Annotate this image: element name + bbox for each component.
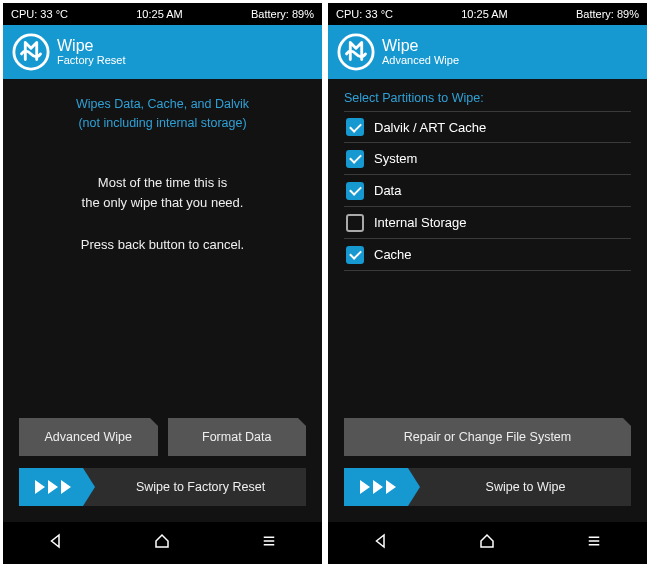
header-title: Wipe [57, 37, 125, 55]
partition-label: System [374, 151, 417, 166]
status-battery: Battery: 89% [251, 8, 314, 20]
twrp-logo-icon [11, 32, 51, 72]
section-label: Select Partitions to Wipe: [344, 91, 631, 105]
nav-home-icon[interactable] [153, 532, 171, 554]
partition-label: Internal Storage [374, 215, 467, 230]
checkbox-icon[interactable] [346, 246, 364, 264]
checkbox-icon[interactable] [346, 118, 364, 136]
swipe-slider[interactable]: Swipe to Wipe [344, 468, 631, 506]
partition-item[interactable]: Dalvik / ART Cache [344, 111, 631, 143]
status-bar: CPU: 33 °C 10:25 AM Battery: 89% [3, 3, 322, 25]
checkbox-icon[interactable] [346, 182, 364, 200]
status-bar: CPU: 33 °C 10:25 AM Battery: 89% [328, 3, 647, 25]
nav-menu-icon[interactable] [260, 532, 278, 554]
header-title: Wipe [382, 37, 459, 55]
screen-factory-reset: CPU: 33 °C 10:25 AM Battery: 89% Wipe Fa… [3, 3, 322, 564]
partition-list: Dalvik / ART CacheSystemDataInternal Sto… [344, 111, 631, 271]
slider-label: Swipe to Factory Reset [83, 480, 306, 494]
advanced-wipe-button[interactable]: Advanced Wipe [19, 418, 158, 456]
slider-thumb-icon[interactable] [19, 468, 83, 506]
nav-back-icon[interactable] [372, 532, 390, 554]
format-data-button[interactable]: Format Data [168, 418, 307, 456]
partition-item[interactable]: System [344, 143, 631, 175]
partition-item[interactable]: Cache [344, 239, 631, 271]
partition-item[interactable]: Data [344, 175, 631, 207]
checkbox-icon[interactable] [346, 214, 364, 232]
partition-item[interactable]: Internal Storage [344, 207, 631, 239]
partition-label: Cache [374, 247, 412, 262]
nav-bar [3, 522, 322, 564]
info-text-blue: Wipes Data, Cache, and Dalvik (not inclu… [19, 95, 306, 133]
screen-advanced-wipe: CPU: 33 °C 10:25 AM Battery: 89% Wipe Ad… [328, 3, 647, 564]
nav-menu-icon[interactable] [585, 532, 603, 554]
info-text-white: Most of the time this is the only wipe t… [19, 173, 306, 256]
status-cpu: CPU: 33 °C [336, 8, 393, 20]
nav-back-icon[interactable] [47, 532, 65, 554]
swipe-slider[interactable]: Swipe to Factory Reset [19, 468, 306, 506]
status-battery: Battery: 89% [576, 8, 639, 20]
header: Wipe Factory Reset [3, 25, 322, 79]
repair-fs-button[interactable]: Repair or Change File System [344, 418, 631, 456]
status-cpu: CPU: 33 °C [11, 8, 68, 20]
header-subtitle: Advanced Wipe [382, 54, 459, 67]
nav-bar [328, 522, 647, 564]
twrp-logo-icon [336, 32, 376, 72]
partition-label: Dalvik / ART Cache [374, 120, 486, 135]
status-time: 10:25 AM [461, 8, 507, 20]
status-time: 10:25 AM [136, 8, 182, 20]
header-subtitle: Factory Reset [57, 54, 125, 67]
partition-label: Data [374, 183, 401, 198]
checkbox-icon[interactable] [346, 150, 364, 168]
slider-label: Swipe to Wipe [408, 480, 631, 494]
slider-thumb-icon[interactable] [344, 468, 408, 506]
header: Wipe Advanced Wipe [328, 25, 647, 79]
nav-home-icon[interactable] [478, 532, 496, 554]
